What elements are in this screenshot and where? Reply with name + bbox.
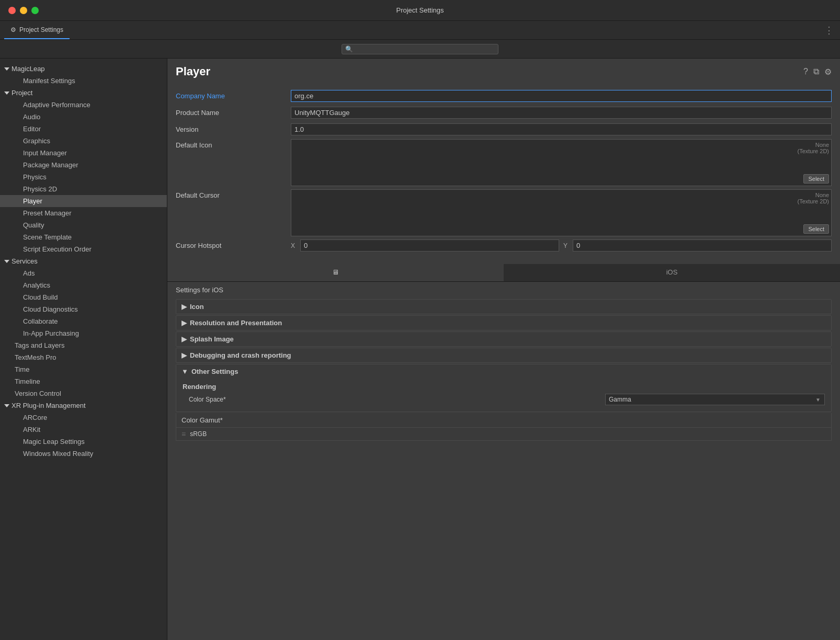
sidebar-item-arkit[interactable]: ARKit [0,424,167,436]
default-icon-none-label: None (Texture 2D) [797,142,829,154]
sidebar-item-textmesh-pro[interactable]: TextMesh Pro [0,351,167,363]
sidebar-item-editor[interactable]: Editor [0,123,167,135]
sidebar-item-physics-2d[interactable]: Physics 2D [0,183,167,195]
sidebar-item-version-control[interactable]: Version Control [0,387,167,399]
rendering-label: Rendering [183,383,825,391]
content-title: Player [176,65,210,78]
sidebar-item-manifest-settings[interactable]: Manifest Settings [0,75,167,87]
resolution-section-header[interactable]: ▶ Resolution and Presentation [176,316,831,330]
sidebar-group-xr[interactable]: XR Plug-in Management [0,399,167,412]
sidebar-item-timeline[interactable]: Timeline [0,375,167,387]
sidebar-group-services[interactable]: Services [0,255,167,267]
sidebar-group-magicleap[interactable]: MagicLeap [0,63,167,75]
color-space-select[interactable]: Gamma Linear [605,394,825,405]
other-settings-body: Rendering Color Space* Gamma Linear [176,379,831,412]
product-name-label: Product Name [176,109,291,117]
sidebar-item-collaborate[interactable]: Collaborate [0,315,167,327]
default-cursor-row: Default Cursor None (Texture 2D) Select [176,189,832,236]
platform-tabs: 🖥 iOS [167,264,840,282]
default-icon-select-button[interactable]: Select [803,174,829,184]
sidebar-item-in-app-purchasing[interactable]: In-App Purchasing [0,327,167,339]
other-settings-section: ▼ Other Settings Rendering Color Space* … [176,364,832,412]
sidebar-item-input-manager[interactable]: Input Manager [0,147,167,159]
search-input[interactable] [355,45,495,53]
icon-triangle: ▶ [181,303,187,311]
color-space-row: Color Space* Gamma Linear [183,394,825,405]
maximize-button[interactable] [31,7,39,14]
expand-icon [4,404,9,407]
ios-label: iOS [666,268,678,276]
sidebar-item-script-execution-order[interactable]: Script Execution Order [0,243,167,255]
desktop-icon: 🖥 [332,268,339,276]
srgb-label: sRGB [190,430,207,438]
sidebar-item-package-manager[interactable]: Package Manager [0,159,167,171]
sidebar-item-analytics[interactable]: Analytics [0,279,167,291]
content-header: Player ? ⧉ ⚙ [167,59,840,85]
sidebar-item-magic-leap-settings[interactable]: Magic Leap Settings [0,436,167,448]
other-settings-label: Other Settings [191,368,239,375]
default-icon-label: Default Icon [176,139,291,149]
tab-desktop[interactable]: 🖥 [167,264,504,281]
sidebar-item-audio[interactable]: Audio [0,111,167,123]
splash-section: ▶ Splash Image [176,332,832,347]
version-label: Version [176,125,291,133]
sidebar-item-cloud-build[interactable]: Cloud Build [0,291,167,303]
tab-menu-button[interactable]: ⋮ [824,25,834,36]
sliders-icon[interactable]: ⧉ [813,67,819,76]
color-gamut-item: ≡ sRGB [176,428,831,440]
splash-section-header[interactable]: ▶ Splash Image [176,332,831,346]
color-space-select-wrapper: Gamma Linear [605,394,825,405]
gear-icon: ⚙ [10,26,16,33]
help-icon[interactable]: ? [803,67,808,76]
expand-icon [4,67,9,71]
sidebar-group-label: XR Plug-in Management [12,402,86,409]
hotspot-x-input[interactable] [300,239,559,252]
company-name-input[interactable] [291,90,832,102]
hotspot-y-input[interactable] [573,239,832,252]
company-name-label: Company Name [176,92,291,100]
resolution-section-label: Resolution and Presentation [190,319,282,327]
version-input[interactable] [291,123,832,135]
sidebar-group-label: MagicLeap [12,65,45,73]
product-name-row: Product Name [176,106,832,119]
color-gamut-label: Color Gamut* [181,416,223,424]
title-bar: Project Settings [0,0,840,21]
search-icon: 🔍 [345,45,353,53]
color-space-label: Color Space* [183,396,605,403]
sidebar-group-label: Services [12,257,38,265]
product-name-input[interactable] [291,107,832,119]
default-cursor-picker: None (Texture 2D) Select [291,189,832,236]
other-settings-header[interactable]: ▼ Other Settings [176,364,831,379]
close-button[interactable] [8,7,16,14]
sidebar-item-tags-and-layers[interactable]: Tags and Layers [0,339,167,351]
icon-section-header[interactable]: ▶ Icon [176,300,831,314]
sidebar-item-preset-manager[interactable]: Preset Manager [0,207,167,219]
drag-handle-icon[interactable]: ≡ [181,430,186,438]
sidebar-item-windows-mixed-reality[interactable]: Windows Mixed Reality [0,448,167,460]
sidebar-group-project[interactable]: Project [0,87,167,99]
search-bar: 🔍 [0,40,840,59]
sidebar-item-time[interactable]: Time [0,363,167,375]
expand-icon [4,92,9,95]
resolution-section: ▶ Resolution and Presentation [176,315,832,330]
sidebar-item-physics[interactable]: Physics [0,171,167,183]
debugging-section-header[interactable]: ▶ Debugging and crash reporting [176,348,831,362]
search-wrapper: 🔍 [342,44,498,54]
sidebar-item-cloud-diagnostics[interactable]: Cloud Diagnostics [0,303,167,315]
other-settings-triangle: ▼ [181,368,188,375]
minimize-button[interactable] [20,7,27,14]
sidebar-item-arcore[interactable]: ARCore [0,412,167,424]
sidebar-item-ads[interactable]: Ads [0,267,167,279]
sidebar-item-quality[interactable]: Quality [0,219,167,231]
sidebar-item-graphics[interactable]: Graphics [0,135,167,147]
sidebar-item-scene-template[interactable]: Scene Template [0,231,167,243]
default-cursor-select-button[interactable]: Select [803,224,829,234]
tab-ios[interactable]: iOS [504,264,840,281]
project-settings-tab[interactable]: ⚙ Project Settings [4,21,70,39]
settings-gear-icon[interactable]: ⚙ [824,67,832,77]
sidebar-item-adaptive-performance[interactable]: Adaptive Performance [0,99,167,111]
hotspot-y-label: Y [563,242,571,249]
icon-section-label: Icon [190,303,204,311]
hotspot-y-field: Y [563,239,832,252]
sidebar-item-player[interactable]: Player [0,195,167,207]
